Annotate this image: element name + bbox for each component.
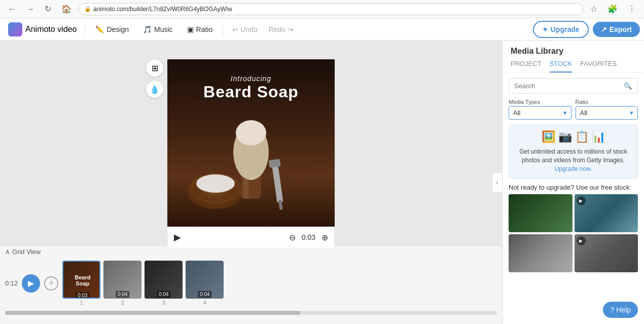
clip-item-3: 0:04 3 [145, 261, 183, 306]
plus-time-button[interactable]: ⊕ [319, 231, 330, 244]
media-type-select[interactable]: All ▾ [509, 106, 571, 120]
home-button[interactable]: 🏠 [58, 3, 75, 15]
clip-number-2: 2 [121, 300, 124, 306]
photo-icon: 🖼️ [542, 130, 555, 143]
media-type-label: Media Types [509, 99, 571, 105]
address-bar: ← → ↻ 🏠 🔒 animoto.com/builder/L7n8ZvIW0R… [0, 0, 644, 18]
media-filters: Media Types All ▾ Ratio All ▾ [503, 99, 644, 125]
redo-icon: ↪ [288, 25, 294, 33]
back-button[interactable]: ← [5, 4, 19, 15]
logo-icon [8, 22, 22, 37]
svg-rect-9 [269, 159, 281, 168]
url-text: animoto.com/builder/L7n8ZvIW0R6G4yBOGAyW… [93, 6, 232, 13]
search-input[interactable] [509, 79, 619, 93]
timeline-time: 0:12 [5, 279, 18, 287]
timeline: ∧ Grid View 0:12 ▶ + Beard Soap 0:03 1 0… [0, 245, 502, 324]
upgrade-now-link[interactable]: Upgrade now. [554, 165, 592, 172]
stock-thumb-3[interactable] [509, 234, 573, 272]
preview-image: Introducing Beard Soap [167, 59, 335, 227]
stock-thumb-2[interactable]: ▶ [575, 194, 638, 232]
chevron-down-icon: ▾ [563, 109, 567, 117]
question-icon: ? [610, 306, 614, 314]
app-name: Animoto video [25, 25, 77, 34]
free-stock-label: Not ready to upgrade? Use our free stock… [503, 184, 644, 194]
getty-icons: 🖼️ 📷 📋 📊 [514, 130, 632, 143]
help-button[interactable]: ? Help [603, 302, 638, 318]
clip-item-2: 0:04 2 [103, 261, 141, 306]
media-tab-stock[interactable]: STOCK [550, 60, 573, 73]
export-button[interactable]: ↗ Export [593, 22, 640, 37]
search-button[interactable]: 🔍 [619, 79, 637, 93]
stock-thumb-1[interactable] [509, 194, 573, 232]
preview-background: Introducing Beard Soap [167, 59, 335, 227]
undo-redo-group: ↩ Undo Redo ↪ [227, 22, 299, 37]
minus-time-button[interactable]: ⊖ [287, 231, 298, 244]
clip-item-4: 0:04 4 [186, 261, 224, 306]
play-icon: ▶ [577, 196, 586, 205]
timeline-controls: 0:12 ▶ + Beard Soap 0:03 1 0:04 2 0:04 3… [0, 258, 502, 309]
svg-point-7 [236, 120, 266, 146]
scrollbar-thumb [5, 311, 300, 315]
undo-icon: ↩ [232, 25, 238, 33]
media-library-title: Media Library [503, 41, 644, 56]
extensions-button[interactable]: 🧩 [604, 3, 621, 15]
preview-container: ⊞ 💧 [167, 59, 335, 227]
ratio-select[interactable]: All ▾ [576, 106, 638, 120]
url-bar[interactable]: 🔒 animoto.com/builder/L7n8ZvIW0R6G4yBOGA… [79, 3, 583, 15]
preview-title: Beard Soap [167, 83, 335, 101]
clip-2[interactable]: 0:04 [103, 261, 141, 299]
time-display: ⊖ 0:03 ⊕ [287, 231, 330, 244]
bookmark-button[interactable]: ☆ [587, 3, 600, 15]
clip-1[interactable]: Beard Soap 0:03 [62, 261, 100, 299]
collapse-panel-button[interactable]: › [492, 172, 502, 193]
clip-4[interactable]: 0:04 [186, 261, 224, 299]
chart-icon: 📊 [592, 130, 605, 143]
undo-button[interactable]: ↩ Undo [227, 22, 262, 37]
color-icon[interactable]: 💧 [146, 81, 163, 98]
media-type-filter: Media Types All ▾ [509, 99, 571, 120]
upgrade-button[interactable]: ✦ Upgrade [533, 21, 589, 38]
toolbar: Animoto video ✏️ Design 🎵 Music ▣ Ratio … [0, 18, 644, 41]
music-button[interactable]: 🎵 Music [137, 22, 179, 37]
video-icon: 📋 [575, 130, 589, 143]
media-tab-project[interactable]: PROJECT [511, 60, 542, 73]
divider-2 [223, 23, 223, 35]
canvas-area: ⊞ 💧 [0, 41, 502, 324]
ratio-label: Ratio [576, 99, 638, 105]
grid-icon[interactable]: ⊞ [146, 59, 163, 77]
clip-number-3: 3 [162, 300, 165, 306]
chevron-down-icon-ratio: ▾ [630, 109, 633, 117]
media-tabs: PROJECTSTOCKFAVORITES [503, 56, 644, 73]
play-button[interactable]: ▶ [172, 230, 183, 245]
ratio-button[interactable]: ▣ Ratio [181, 22, 219, 37]
lock-icon: 🔒 [84, 6, 91, 12]
play-icon: ▶ [577, 236, 586, 245]
music-icon: 🎵 [143, 25, 152, 33]
camera-icon: 📷 [558, 130, 572, 143]
sparkle-icon: ✦ [542, 25, 548, 33]
divider-1 [85, 23, 85, 35]
svg-point-3 [196, 174, 235, 193]
timeline-play-button[interactable]: ▶ [22, 274, 40, 293]
add-clip-button[interactable]: + [44, 276, 58, 291]
search-bar: 🔍 [509, 78, 638, 94]
timeline-scrollbar[interactable] [5, 311, 497, 315]
design-button[interactable]: ✏️ Design [89, 22, 135, 37]
menu-button[interactable]: ⋮ [625, 3, 639, 15]
clip-item-1: Beard Soap 0:03 1 [62, 261, 100, 306]
ratio-filter: Ratio All ▾ [576, 99, 638, 120]
clip-number-4: 4 [203, 300, 206, 306]
stock-thumb-4[interactable]: ▶ [575, 234, 638, 272]
clips-wrapper: Beard Soap 0:03 1 0:04 2 0:04 3 0:04 4 [62, 260, 224, 307]
refresh-button[interactable]: ↻ [42, 3, 54, 15]
media-library-panel: Media Library PROJECTSTOCKFAVORITES 🔍 Me… [502, 41, 644, 324]
clip-3[interactable]: 0:04 [145, 261, 183, 299]
getty-promo-card: 🖼️ 📷 📋 📊 Get unlimited access to million… [509, 125, 638, 178]
media-tab-favorites[interactable]: FAVORITES [580, 60, 617, 73]
forward-button[interactable]: → [23, 4, 38, 15]
redo-button[interactable]: Redo ↪ [264, 22, 299, 37]
clip-number-1: 1 [80, 300, 83, 306]
current-time: 0:03 [302, 233, 315, 241]
side-icons: ⊞ 💧 [146, 59, 163, 98]
app-logo[interactable]: Animoto video [4, 22, 81, 37]
